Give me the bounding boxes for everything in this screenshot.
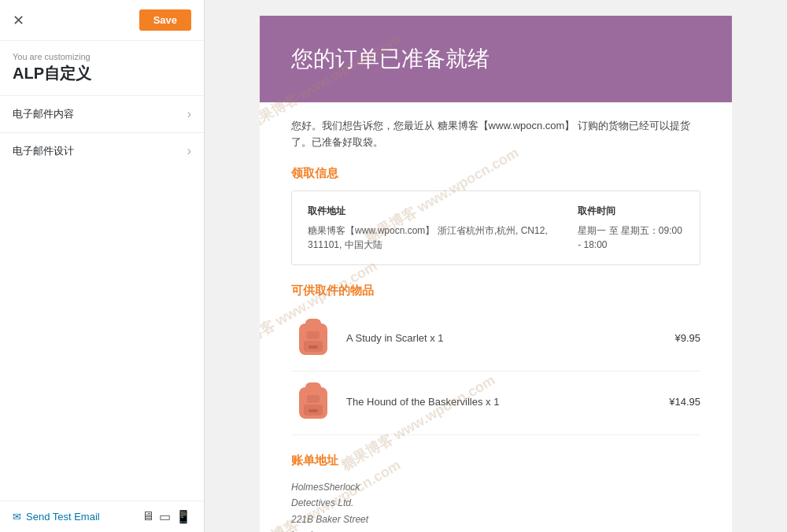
svg-rect-9: [307, 395, 320, 403]
pickup-time-value: 星期一 至 星期五：09:00 - 18:00: [578, 224, 684, 252]
email-title: 您的订单已准备就绪: [291, 44, 700, 74]
svg-rect-4: [307, 331, 320, 339]
item-name: A Study in Scarlet x 1: [346, 331, 674, 347]
email-preview: 糖果博客 www.wpocn.com 糖果博客 www.wpocn.com 糖果…: [205, 0, 787, 532]
email-design-label: 电子邮件设计: [13, 144, 74, 158]
device-icons: 🖥 ▭ 📱: [142, 509, 191, 524]
billing-section: 账单地址 HolmesSherlockDetectives Ltd.221B B…: [291, 451, 700, 532]
sidebar-item-email-content[interactable]: 电子邮件内容 ›: [0, 95, 204, 132]
table-row: A Study in Scarlet x 1 ¥9.95: [291, 308, 700, 371]
product-image: [291, 317, 335, 361]
item-name: The Hound of the Baskervilles x 1: [346, 394, 669, 411]
intro-text: 您好。我们想告诉您，您最近从 糖果博客【www.wpocn.com】 订购的货物…: [291, 118, 700, 151]
svg-rect-8: [309, 409, 318, 412]
item-price: ¥14.95: [669, 394, 700, 411]
pickup-section-title: 领取信息: [291, 164, 700, 183]
email-body: 您好。我们想告诉您，您最近从 糖果博客【www.wpocn.com】 订购的货物…: [260, 102, 732, 532]
send-test-email-button[interactable]: ✉ Send Test Email: [13, 511, 100, 523]
pickup-info-box: 取件地址 糖果博客【www.wpocn.com】 浙江省杭州市,杭州, CN12…: [291, 190, 700, 265]
save-button[interactable]: Save: [139, 9, 191, 31]
customizing-label: You are customizing: [0, 41, 204, 63]
close-icon: ✕: [13, 13, 24, 28]
pickup-address-label: 取件地址: [308, 204, 554, 219]
sidebar-header: ✕ Save: [0, 0, 204, 41]
table-row: The Hound of the Baskervilles x 1 ¥14.95: [291, 371, 700, 435]
items-section: A Study in Scarlet x 1 ¥9.95 The Hound o…: [291, 308, 700, 435]
svg-rect-6: [305, 382, 321, 392]
email-container: 糖果博客 www.wpocn.com 糖果博客 www.wpocn.com 糖果…: [260, 16, 732, 532]
sidebar-item-email-design[interactable]: 电子邮件设计 ›: [0, 132, 204, 169]
pickup-address-col: 取件地址 糖果博客【www.wpocn.com】 浙江省杭州市,杭州, CN12…: [308, 204, 554, 252]
items-section-title: 可供取件的物品: [291, 281, 700, 300]
email-header: 您的订单已准备就绪: [260, 16, 732, 102]
mobile-icon[interactable]: 📱: [176, 509, 191, 524]
product-image: [291, 381, 335, 425]
pickup-time-col: 取件时间 星期一 至 星期五：09:00 - 18:00: [578, 204, 684, 252]
sidebar-footer: ✉ Send Test Email 🖥 ▭ 📱: [0, 501, 204, 532]
customizing-title: ALP自定义: [0, 63, 204, 95]
pickup-time-label: 取件时间: [578, 204, 684, 219]
close-button[interactable]: ✕: [13, 13, 24, 28]
email-icon: ✉: [13, 511, 21, 523]
send-test-email-label: Send Test Email: [26, 511, 100, 523]
pickup-address-value: 糖果博客【www.wpocn.com】 浙江省杭州市,杭州, CN12, 311…: [308, 224, 554, 252]
billing-title: 账单地址: [291, 451, 700, 470]
tablet-icon[interactable]: ▭: [159, 509, 171, 524]
desktop-icon[interactable]: 🖥: [142, 509, 154, 524]
svg-rect-1: [305, 319, 321, 328]
chevron-right-icon: ›: [187, 107, 191, 121]
item-price: ¥9.95: [674, 331, 700, 347]
sidebar: ✕ Save You are customizing ALP自定义 电子邮件内容…: [0, 0, 205, 532]
email-content-label: 电子邮件内容: [13, 107, 74, 121]
svg-rect-3: [309, 345, 318, 349]
chevron-right-icon: ›: [187, 144, 191, 158]
billing-address: HolmesSherlockDetectives Ltd.221B Baker …: [291, 479, 700, 532]
